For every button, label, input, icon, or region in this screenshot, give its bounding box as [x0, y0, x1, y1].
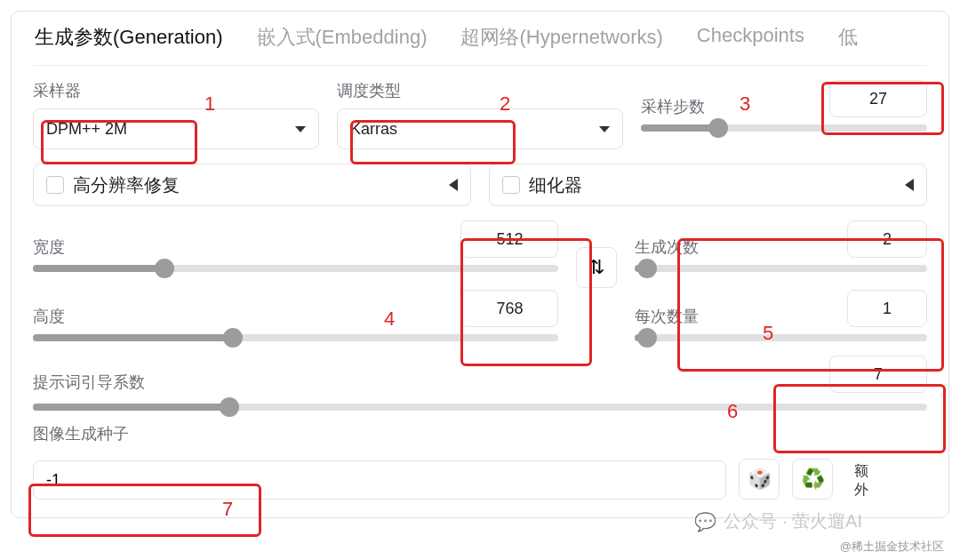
scheduler-select[interactable]: Karras [337, 108, 623, 149]
tab-generation[interactable]: 生成参数(Generation) [33, 20, 225, 54]
height-value[interactable]: 768 [460, 290, 558, 327]
slider-thumb[interactable] [637, 259, 657, 278]
seed-label: 图像生成种子 [33, 423, 927, 444]
collapse-icon [449, 179, 458, 191]
hires-checkbox[interactable] [46, 176, 64, 194]
scheduler-label: 调度类型 [337, 80, 623, 101]
tab-checkpoints[interactable]: Checkpoints [695, 20, 806, 54]
generation-panel: 生成参数(Generation) 嵌入式(Embedding) 超网络(Hype… [11, 11, 949, 518]
wechat-watermark: 💬公众号 · 萤火遛AI [694, 509, 862, 533]
refiner-accordion[interactable]: 细化器 [489, 164, 927, 206]
cfg-value[interactable]: 7 [829, 356, 927, 393]
height-label: 高度 [33, 306, 65, 327]
collapse-icon [905, 179, 914, 191]
sampler-select[interactable]: DPM++ 2M [33, 108, 319, 149]
refiner-checkbox[interactable] [502, 176, 520, 194]
slider-thumb[interactable] [155, 259, 174, 278]
slider-thumb[interactable] [637, 328, 657, 348]
tab-bar: 生成参数(Generation) 嵌入式(Embedding) 超网络(Hype… [33, 12, 927, 66]
steps-slider[interactable] [641, 124, 927, 132]
slider-thumb[interactable] [223, 328, 243, 348]
batch-count-slider[interactable] [635, 265, 927, 272]
tab-lora[interactable]: 低 [836, 20, 860, 54]
seed-random-button[interactable]: 🎲 [739, 459, 780, 500]
tab-embedding[interactable]: 嵌入式(Embedding) [255, 20, 429, 54]
seed-reuse-button[interactable]: ♻️ [792, 459, 833, 500]
seed-input[interactable]: -1 [33, 460, 726, 500]
swap-dimensions-button[interactable]: ⇅ [576, 247, 617, 288]
slider-thumb[interactable] [708, 118, 728, 138]
height-slider[interactable] [33, 334, 558, 341]
juejin-watermark: @稀土掘金技术社区 [840, 539, 944, 555]
batch-size-value[interactable]: 1 [847, 290, 927, 327]
width-label: 宽度 [33, 236, 65, 258]
batch-count-label: 生成次数 [635, 236, 699, 258]
refiner-label: 细化器 [529, 173, 582, 197]
cfg-slider[interactable] [33, 404, 927, 411]
sampler-label: 采样器 [33, 80, 319, 101]
tab-hypernetworks[interactable]: 超网络(Hypernetworks) [459, 20, 664, 54]
steps-label: 采样步数 [641, 96, 705, 117]
cfg-label: 提示词引导系数 [33, 372, 145, 393]
batch-count-value[interactable]: 2 [847, 220, 927, 258]
batch-size-slider[interactable] [635, 334, 927, 341]
extra-label: 额外 [854, 462, 868, 500]
width-value[interactable]: 512 [460, 220, 558, 258]
sampler-value: DPM++ 2M [46, 120, 127, 139]
scheduler-value: Karras [350, 120, 397, 139]
hires-fix-accordion[interactable]: 高分辨率修复 [33, 164, 471, 206]
slider-thumb[interactable] [220, 397, 239, 417]
chevron-down-icon [599, 126, 610, 132]
slider-fill [641, 124, 718, 132]
hires-label: 高分辨率修复 [73, 173, 180, 197]
batch-size-label: 每次数量 [635, 306, 699, 327]
chevron-down-icon [295, 126, 306, 132]
width-slider[interactable] [33, 265, 558, 272]
steps-value[interactable]: 27 [829, 80, 927, 117]
